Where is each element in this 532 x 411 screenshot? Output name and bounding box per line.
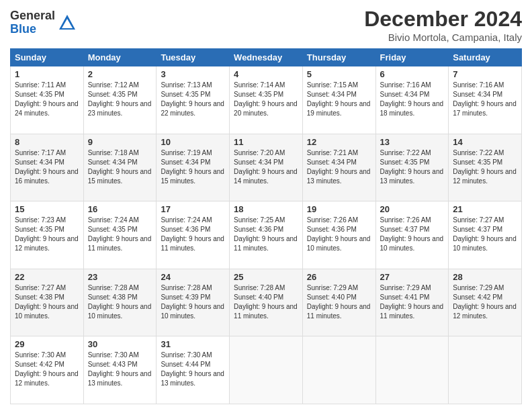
day-info: Sunrise: 7:22 AMSunset: 4:35 PMDaylight:… xyxy=(380,149,444,185)
day-info: Sunrise: 7:26 AMSunset: 4:37 PMDaylight:… xyxy=(380,216,444,252)
logo: General Blue xyxy=(10,9,77,36)
header: General Blue December 2024 Bivio Mortola… xyxy=(10,7,522,43)
day-info: Sunrise: 7:27 AMSunset: 4:37 PMDaylight:… xyxy=(453,216,517,252)
calendar-cell: 4 Sunrise: 7:14 AMSunset: 4:35 PMDayligh… xyxy=(230,66,303,134)
subtitle: Bivio Mortola, Campania, Italy xyxy=(364,32,522,43)
calendar-cell: 12 Sunrise: 7:21 AMSunset: 4:34 PMDaylig… xyxy=(302,134,375,201)
day-info: Sunrise: 7:24 AMSunset: 4:35 PMDaylight:… xyxy=(88,216,152,252)
calendar-cell: 19 Sunrise: 7:26 AMSunset: 4:36 PMDaylig… xyxy=(302,201,375,269)
calendar-cell: 31 Sunrise: 7:30 AMSunset: 4:44 PMDaylig… xyxy=(157,336,230,404)
calendar-table: SundayMondayTuesdayWednesdayThursdayFrid… xyxy=(10,48,522,404)
day-info: Sunrise: 7:22 AMSunset: 4:35 PMDaylight:… xyxy=(453,149,517,185)
day-number: 5 xyxy=(307,69,371,79)
calendar-header-thursday: Thursday xyxy=(302,49,375,66)
day-info: Sunrise: 7:25 AMSunset: 4:36 PMDaylight:… xyxy=(234,216,298,252)
calendar-cell: 9 Sunrise: 7:18 AMSunset: 4:34 PMDayligh… xyxy=(83,134,157,201)
day-number: 30 xyxy=(88,339,152,349)
calendar-cell: 24 Sunrise: 7:28 AMSunset: 4:39 PMDaylig… xyxy=(157,269,230,336)
day-number: 26 xyxy=(307,272,371,282)
calendar-header-saturday: Saturday xyxy=(449,49,522,66)
logo-blue: Blue xyxy=(10,23,55,36)
day-number: 18 xyxy=(234,204,298,214)
day-number: 23 xyxy=(88,272,152,282)
day-number: 11 xyxy=(234,137,298,147)
logo-icon xyxy=(58,13,77,32)
day-info: Sunrise: 7:23 AMSunset: 4:35 PMDaylight:… xyxy=(15,216,79,252)
calendar-cell: 28 Sunrise: 7:29 AMSunset: 4:42 PMDaylig… xyxy=(449,269,522,336)
day-number: 19 xyxy=(307,204,371,214)
calendar-week-1: 1 Sunrise: 7:11 AMSunset: 4:35 PMDayligh… xyxy=(11,66,522,134)
day-number: 14 xyxy=(453,137,517,147)
calendar-header-sunday: Sunday xyxy=(11,49,84,66)
calendar-week-3: 15 Sunrise: 7:23 AMSunset: 4:35 PMDaylig… xyxy=(11,201,522,269)
day-number: 21 xyxy=(453,204,517,214)
day-number: 31 xyxy=(161,339,225,349)
calendar-cell: 11 Sunrise: 7:20 AMSunset: 4:34 PMDaylig… xyxy=(230,134,303,201)
day-info: Sunrise: 7:16 AMSunset: 4:34 PMDaylight:… xyxy=(380,81,444,117)
calendar-cell: 2 Sunrise: 7:12 AMSunset: 4:35 PMDayligh… xyxy=(83,66,157,134)
calendar-cell: 14 Sunrise: 7:22 AMSunset: 4:35 PMDaylig… xyxy=(449,134,522,201)
calendar-header-tuesday: Tuesday xyxy=(157,49,230,66)
day-number: 3 xyxy=(161,69,225,79)
day-number: 24 xyxy=(161,272,225,282)
logo-general: General xyxy=(10,9,55,23)
day-info: Sunrise: 7:17 AMSunset: 4:34 PMDaylight:… xyxy=(15,149,79,185)
day-number: 9 xyxy=(88,137,152,147)
calendar-cell: 3 Sunrise: 7:13 AMSunset: 4:35 PMDayligh… xyxy=(157,66,230,134)
calendar-cell: 6 Sunrise: 7:16 AMSunset: 4:34 PMDayligh… xyxy=(375,66,449,134)
day-info: Sunrise: 7:28 AMSunset: 4:40 PMDaylight:… xyxy=(234,284,298,320)
day-info: Sunrise: 7:18 AMSunset: 4:34 PMDaylight:… xyxy=(88,149,152,185)
main-title: December 2024 xyxy=(364,7,522,32)
calendar-cell: 23 Sunrise: 7:28 AMSunset: 4:38 PMDaylig… xyxy=(83,269,157,336)
day-info: Sunrise: 7:28 AMSunset: 4:39 PMDaylight:… xyxy=(161,284,224,320)
day-number: 15 xyxy=(15,204,79,214)
calendar-week-2: 8 Sunrise: 7:17 AMSunset: 4:34 PMDayligh… xyxy=(11,134,522,201)
day-number: 12 xyxy=(307,137,371,147)
title-block: December 2024 Bivio Mortola, Campania, I… xyxy=(364,7,522,43)
day-info: Sunrise: 7:30 AMSunset: 4:43 PMDaylight:… xyxy=(88,351,152,387)
day-number: 25 xyxy=(234,272,298,282)
calendar-cell: 29 Sunrise: 7:30 AMSunset: 4:42 PMDaylig… xyxy=(11,336,84,404)
calendar-cell: 16 Sunrise: 7:24 AMSunset: 4:35 PMDaylig… xyxy=(83,201,157,269)
day-info: Sunrise: 7:30 AMSunset: 4:44 PMDaylight:… xyxy=(161,351,224,387)
calendar-cell: 1 Sunrise: 7:11 AMSunset: 4:35 PMDayligh… xyxy=(11,66,84,134)
calendar-cell: 27 Sunrise: 7:29 AMSunset: 4:41 PMDaylig… xyxy=(375,269,449,336)
calendar-cell: 25 Sunrise: 7:28 AMSunset: 4:40 PMDaylig… xyxy=(230,269,303,336)
calendar-cell xyxy=(375,336,449,404)
day-number: 29 xyxy=(15,339,79,349)
day-info: Sunrise: 7:15 AMSunset: 4:34 PMDaylight:… xyxy=(307,81,371,117)
calendar-cell: 17 Sunrise: 7:24 AMSunset: 4:36 PMDaylig… xyxy=(157,201,230,269)
calendar-cell: 21 Sunrise: 7:27 AMSunset: 4:37 PMDaylig… xyxy=(449,201,522,269)
day-number: 16 xyxy=(88,204,152,214)
day-info: Sunrise: 7:26 AMSunset: 4:36 PMDaylight:… xyxy=(307,216,371,252)
day-number: 22 xyxy=(15,272,79,282)
calendar-header-monday: Monday xyxy=(83,49,157,66)
calendar-cell: 13 Sunrise: 7:22 AMSunset: 4:35 PMDaylig… xyxy=(375,134,449,201)
day-number: 17 xyxy=(161,204,225,214)
day-info: Sunrise: 7:19 AMSunset: 4:34 PMDaylight:… xyxy=(161,149,224,185)
day-number: 4 xyxy=(234,69,298,79)
calendar-cell: 20 Sunrise: 7:26 AMSunset: 4:37 PMDaylig… xyxy=(375,201,449,269)
day-info: Sunrise: 7:30 AMSunset: 4:42 PMDaylight:… xyxy=(15,351,79,387)
calendar-cell: 8 Sunrise: 7:17 AMSunset: 4:34 PMDayligh… xyxy=(11,134,84,201)
day-number: 27 xyxy=(380,272,445,282)
day-info: Sunrise: 7:11 AMSunset: 4:35 PMDaylight:… xyxy=(15,81,79,117)
day-info: Sunrise: 7:29 AMSunset: 4:41 PMDaylight:… xyxy=(380,284,444,320)
calendar-cell: 26 Sunrise: 7:29 AMSunset: 4:40 PMDaylig… xyxy=(302,269,375,336)
calendar-header-friday: Friday xyxy=(375,49,449,66)
day-info: Sunrise: 7:29 AMSunset: 4:42 PMDaylight:… xyxy=(453,284,517,320)
day-number: 8 xyxy=(15,137,79,147)
day-number: 28 xyxy=(453,272,517,282)
day-number: 7 xyxy=(453,69,517,79)
day-number: 6 xyxy=(380,69,445,79)
calendar-week-5: 29 Sunrise: 7:30 AMSunset: 4:42 PMDaylig… xyxy=(11,336,522,404)
day-info: Sunrise: 7:24 AMSunset: 4:36 PMDaylight:… xyxy=(161,216,224,252)
calendar-week-4: 22 Sunrise: 7:27 AMSunset: 4:38 PMDaylig… xyxy=(11,269,522,336)
calendar-cell: 15 Sunrise: 7:23 AMSunset: 4:35 PMDaylig… xyxy=(11,201,84,269)
page: General Blue December 2024 Bivio Mortola… xyxy=(0,0,532,411)
logo-text: General Blue xyxy=(10,9,55,36)
day-info: Sunrise: 7:20 AMSunset: 4:34 PMDaylight:… xyxy=(234,149,298,185)
calendar-header-wednesday: Wednesday xyxy=(230,49,303,66)
calendar-cell xyxy=(302,336,375,404)
calendar-cell xyxy=(230,336,303,404)
